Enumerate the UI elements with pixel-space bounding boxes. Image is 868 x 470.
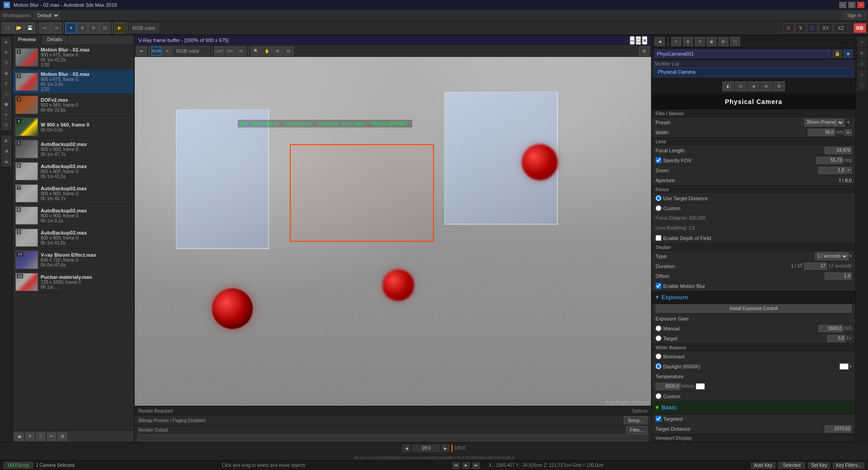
- sidebar-btn-7[interactable]: ⬟: [1, 99, 11, 109]
- zoom-clear[interactable]: ✕: [845, 167, 852, 174]
- enable-motion-blur-check[interactable]: [656, 283, 661, 289]
- maximize-button[interactable]: □: [848, 2, 855, 8]
- list-item[interactable]: 10 V-ray Bloom Effect.max 640 x 720, fra…: [13, 249, 134, 271]
- list-item[interactable]: 8 AutoBackup02.max 800 x 900, frame 0 0h…: [13, 205, 134, 227]
- auto-key-button[interactable]: Auto Key: [751, 462, 776, 469]
- width-spinner[interactable]: ▲: [844, 129, 852, 136]
- custom-wb-radio[interactable]: [656, 393, 661, 399]
- vray-tool-4[interactable]: ◉: [707, 37, 717, 46]
- timeline-current-frame[interactable]: [412, 445, 439, 452]
- sidebar-btn-10[interactable]: ◐: [1, 136, 11, 146]
- sidebar-btn-8[interactable]: ✦: [1, 110, 11, 120]
- sign-in-button[interactable]: Sign In: [843, 11, 865, 19]
- minimize-button[interactable]: –: [839, 2, 846, 8]
- manual-input[interactable]: [818, 325, 843, 332]
- vray-nav-back[interactable]: ◀: [655, 37, 665, 46]
- render-button[interactable]: ▶: [114, 23, 125, 33]
- sidebar-btn-11[interactable]: ◑: [1, 146, 11, 156]
- phys-cam-lock[interactable]: 🔒: [833, 50, 842, 58]
- setup-button[interactable]: Setup...: [624, 416, 647, 424]
- select-button[interactable]: ✦: [66, 23, 76, 33]
- vfb-a-btn[interactable]: A: [162, 47, 172, 56]
- list-item[interactable]: 7 AutoBackup02.max 800 x 900, frame 0 0h…: [13, 183, 134, 205]
- save-file-input[interactable]: [138, 434, 647, 442]
- sidebar-btn-6[interactable]: ⬡: [1, 89, 11, 99]
- temp-input[interactable]: [656, 383, 680, 390]
- rotate-button[interactable]: ↻: [88, 23, 99, 33]
- modifier-item[interactable]: Physical Camera: [655, 67, 853, 76]
- list-item[interactable]: 5 AutoBackup02.max 800 x 900, frame 0 0h…: [13, 138, 134, 160]
- basic-section-header[interactable]: ▾ Basic: [652, 401, 855, 414]
- daylight-color-swatch[interactable]: [840, 363, 849, 370]
- shutter-type-dropdown[interactable]: 1 / seconds: [815, 252, 849, 260]
- sidebar-btn-12[interactable]: ◒: [1, 156, 11, 166]
- workspaces-dropdown[interactable]: Default: [34, 11, 60, 19]
- target-input[interactable]: [827, 335, 845, 342]
- cam-icon-5[interactable]: ⚙: [773, 81, 785, 91]
- zoom-input[interactable]: [818, 167, 845, 174]
- phys-cam-select[interactable]: ■: [844, 50, 853, 58]
- hist-btn-1[interactable]: ◀: [14, 432, 24, 441]
- vfb-rgb-btn[interactable]: RGB: [151, 47, 161, 56]
- hist-btn-2[interactable]: ✕: [25, 432, 34, 441]
- vray-tool-3[interactable]: ≡: [695, 37, 705, 46]
- sidebar-btn-1[interactable]: ◈: [1, 37, 11, 47]
- preset-chevron[interactable]: ▾: [844, 120, 852, 125]
- vfb-region-btn[interactable]: ⊞: [273, 47, 283, 56]
- play-prev[interactable]: ⏮: [453, 462, 460, 469]
- list-item[interactable]: 11 Puchar-materialy.max 729 x 1000, fram…: [13, 271, 134, 293]
- vray-tool-5[interactable]: ⊞: [718, 37, 728, 46]
- timeline-track[interactable]: [451, 444, 452, 452]
- vray-tool-2[interactable]: ⊕: [683, 37, 693, 46]
- files-button[interactable]: Files...: [626, 426, 647, 434]
- cam-icon-1[interactable]: ◧: [722, 81, 734, 91]
- list-item[interactable]: 1 Motion Blur - 02.max 900 x 675, frame …: [13, 45, 134, 70]
- save-button[interactable]: 💾: [24, 23, 35, 33]
- list-item[interactable]: 4 W 900 x 560, frame 0 0h 0m 0,0s: [13, 116, 134, 138]
- tab-details[interactable]: Details: [42, 35, 68, 45]
- hist-btn-4[interactable]: ✏: [47, 432, 56, 441]
- cam-icon-4[interactable]: ⊕: [760, 81, 772, 91]
- timeline-next[interactable]: ▶: [441, 445, 449, 452]
- sidebar-btn-4[interactable]: ◉: [1, 68, 11, 78]
- move-button[interactable]: ✛: [77, 23, 88, 33]
- sidebar-btn-3[interactable]: ☰: [1, 58, 11, 68]
- color-mode-select[interactable]: RGB color: [173, 47, 209, 56]
- duration-input[interactable]: [804, 263, 827, 270]
- width-input[interactable]: [808, 129, 835, 136]
- illuminant-radio[interactable]: [656, 353, 661, 359]
- play-next[interactable]: ⏭: [472, 462, 480, 469]
- vfb-cc-btn[interactable]: CC: [225, 47, 235, 56]
- ri-btn-3[interactable]: ⊞: [857, 59, 867, 69]
- scale-button[interactable]: ⊡: [99, 23, 110, 33]
- temp-color-swatch[interactable]: [696, 383, 705, 390]
- manual-radio[interactable]: [656, 325, 661, 331]
- ri-btn-5[interactable]: ⬡: [857, 80, 867, 90]
- install-exposure-btn[interactable]: Install Exposure Control: [656, 305, 852, 313]
- vray-tool-1[interactable]: +: [671, 37, 681, 46]
- exposure-section-header[interactable]: ▾ Exposure: [652, 291, 855, 304]
- cam-icon-2[interactable]: ⊡: [735, 81, 747, 91]
- vfb-minimize[interactable]: –: [630, 36, 635, 45]
- sidebar-btn-9[interactable]: ⚀: [1, 120, 11, 130]
- close-button[interactable]: ×: [857, 2, 864, 8]
- use-target-distance-radio[interactable]: [656, 195, 661, 201]
- custom-focus-radio[interactable]: [656, 205, 661, 211]
- targeted-check[interactable]: [656, 416, 661, 422]
- hist-btn-5[interactable]: ⚙: [58, 432, 67, 441]
- x-axis-button[interactable]: X: [783, 23, 794, 33]
- timeline-prev[interactable]: ◀: [402, 445, 410, 452]
- list-item[interactable]: 3 DOFv2.max 900 x 560, frame 0 0h 8m 32,…: [13, 94, 134, 116]
- target-radio[interactable]: [656, 335, 661, 341]
- ri-btn-1[interactable]: ⊕: [857, 37, 867, 47]
- key-filters-button[interactable]: Key Filters...: [833, 462, 864, 469]
- hist-btn-3[interactable]: ⚐: [36, 432, 45, 441]
- vfb-hand-btn[interactable]: ✋: [262, 47, 272, 56]
- vray-tool-6[interactable]: ⬡: [730, 37, 740, 46]
- fov-input[interactable]: [816, 157, 843, 164]
- vfb-zoom-btn[interactable]: 🔍: [251, 47, 261, 56]
- sidebar-btn-5[interactable]: ⚲: [1, 79, 11, 89]
- vfb-maximize[interactable]: □: [636, 36, 641, 45]
- focal-length-input[interactable]: [825, 147, 852, 154]
- set-key-button[interactable]: Set Key: [808, 462, 830, 469]
